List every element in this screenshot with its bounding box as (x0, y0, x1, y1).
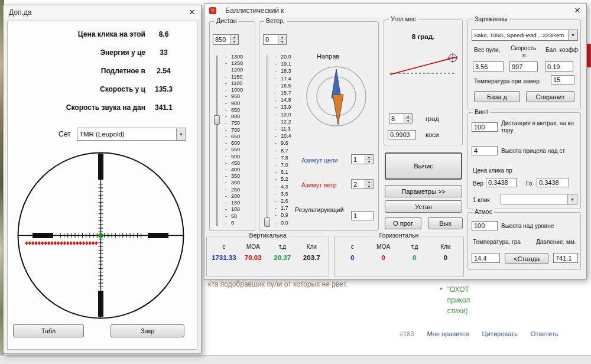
scale-tick-label: -350 (225, 174, 252, 179)
reticle-select[interactable]: TMR (Leupold) ▼ (77, 128, 186, 141)
save-button[interactable]: Сохранит (526, 91, 574, 102)
close-icon[interactable]: ✕ (183, 5, 201, 19)
direction-label: Направ (317, 53, 339, 60)
one-click-select[interactable]: ▼ (501, 194, 577, 204)
scale-tick-label: -1250 (225, 61, 252, 66)
base-button[interactable]: База д (474, 91, 520, 102)
reticle-select-value: TMR (Leupold) (77, 131, 176, 138)
cartridge-select[interactable]: Sako, 105G, SpeedHead , .223Rem ▼ (472, 30, 578, 41)
additional-data-titlebar[interactable]: Доп.да (4, 5, 201, 19)
measure-temp-input[interactable]: 15 (551, 75, 574, 84)
close-button[interactable]: Закр (111, 324, 184, 337)
additional-data-panel: Цена клика на этой8.6Энергия у це33Подле… (7, 21, 197, 350)
resulting-input[interactable]: 1 (351, 211, 374, 220)
pressure-input[interactable]: 741.1 (553, 253, 578, 263)
scale-tick-label: -800 (225, 114, 252, 119)
set-button[interactable]: Устан (385, 200, 462, 213)
scale-tick-label: -13.0 (275, 112, 301, 118)
distance-group-title: Дистан (215, 17, 239, 24)
bullet-icon: • (440, 284, 443, 316)
speed-input[interactable]: 997 (509, 61, 538, 72)
result-column: Кли0 (430, 243, 462, 261)
scale-tick-label: -1000 (225, 87, 252, 93)
atmosphere-group: Атмос 100 Высота над уровне Температура,… (467, 212, 581, 270)
quote-link[interactable]: Цитировать (482, 330, 518, 337)
angle-group: Угол мес 8 град. 8 ▲▼ град 0.9903 коси (384, 20, 463, 145)
sight-height-input[interactable]: 4 (472, 146, 498, 155)
table-button[interactable]: Табл (13, 324, 84, 337)
atmos-temp-input[interactable]: 14.4 (472, 253, 500, 263)
scale-tick-label: -700 (225, 128, 252, 133)
horizontal-results-title: Горизонтальн (378, 232, 421, 239)
wind-slider-handle[interactable] (264, 217, 270, 227)
forum-post-text: кта подобравших пули от которых не рвет. (208, 280, 348, 288)
spinner-buttons[interactable]: ▲▼ (365, 180, 373, 188)
altitude-input[interactable]: 100 (472, 221, 498, 230)
atmos-temp-label: Температура, гра (473, 239, 521, 245)
distance-slider-handle[interactable] (214, 115, 220, 125)
bullet-weight-label: Вес пули, (474, 47, 500, 53)
scale-tick-label: -200 (225, 194, 252, 199)
wind-scale: -20.0-19.1-18.3-17.4-16.5-15.7-14.8-13.9… (275, 54, 301, 226)
vertical-results-row: с1731.33MOA70.03т.д20.37Кли203.7 (209, 243, 326, 261)
wind-azimuth-input[interactable]: 2 ▲▼ (351, 179, 374, 189)
wind-input[interactable]: 0 ▲▼ (263, 34, 287, 45)
spinner-buttons[interactable]: ▲▼ (278, 35, 286, 44)
spinner-up-icon: ▲ (365, 180, 373, 184)
scale-tick-label: -8.7 (275, 148, 301, 154)
spinner-buttons[interactable]: ▲▼ (230, 35, 238, 44)
target-azimuth-input[interactable]: 1 ▲▼ (351, 154, 374, 164)
chevron-down-icon[interactable]: ▼ (567, 194, 577, 204)
scale-tick-label: -1200 (225, 67, 252, 73)
scale-tick-label: -650 (225, 134, 252, 139)
scale-tick-label: -18.3 (275, 69, 301, 74)
stat-row: Скорость звука на дан341.1 (12, 98, 190, 116)
horizontal-results-row: с0MOA0т.д0Кли0 (337, 243, 461, 261)
reply-link[interactable]: Ответить (531, 330, 558, 337)
scale-tick-label: -20.0 (275, 54, 301, 60)
distance-input[interactable]: 850 ▲▼ (213, 34, 239, 45)
parameters-button[interactable]: Параметры >> (385, 185, 462, 197)
angle-display: 8 град. (384, 33, 462, 40)
wind-azimuth-arrow-icon (333, 95, 343, 125)
spinner-buttons[interactable]: ▲▼ (365, 155, 373, 164)
sight-line (390, 57, 457, 74)
speed-label: Скорость (511, 45, 536, 51)
scale-tick-label: -950 (225, 94, 252, 99)
horizontal-click-input[interactable]: 0.3438 (537, 178, 569, 187)
distance-slider-track[interactable] (216, 56, 218, 226)
wind-slider-track[interactable] (267, 56, 268, 226)
scale-tick-label: -14.8 (275, 98, 301, 103)
scale-tick-label: -7.8 (275, 155, 301, 161)
wind-azimuth-label: Азимут ветр (301, 181, 337, 188)
scale-tick-label: -400 (225, 167, 252, 173)
scale-tick-label: -600 (225, 141, 252, 146)
bc-input[interactable]: 0.19 (545, 61, 573, 72)
scale-tick-label: -50 (225, 214, 252, 219)
close-icon[interactable]: ✕ (569, 4, 586, 17)
like-link[interactable]: Мне нравится (427, 330, 469, 337)
about-button[interactable]: О прог (385, 217, 421, 229)
atmosphere-group-title: Атмос (473, 208, 494, 215)
scale-tick-label: -150 (225, 200, 252, 206)
scale-tick-label: -4.3 (275, 184, 301, 190)
vertical-results-group: Вертикальна с1731.33MOA70.03т.д20.37Кли2… (206, 236, 329, 277)
target-azimuth-arrow-icon (332, 69, 341, 98)
bullet-weight-input[interactable]: 3.56 (473, 61, 504, 72)
standard-button[interactable]: <Станда (505, 253, 548, 264)
calculate-button[interactable]: Вычис (385, 152, 462, 180)
loaded-group: Заряженны Sako, 105G, SpeedHead , .223Re… (467, 20, 581, 109)
scale-tick-label: -7.0 (275, 162, 301, 168)
scale-tick-label: -0 (225, 220, 252, 226)
reticle-right-post (148, 233, 168, 238)
result-column: MOA70.03 (239, 243, 268, 261)
vertical-click-input[interactable]: 0.3438 (486, 178, 517, 187)
zero-distance-input[interactable]: 100 (472, 122, 498, 132)
scale-tick-label: -250 (225, 187, 252, 193)
chevron-down-icon[interactable]: ▼ (568, 30, 577, 40)
exit-button[interactable]: Вых (428, 217, 463, 229)
chevron-down-icon[interactable]: ▼ (176, 128, 186, 140)
spinner-buttons[interactable]: ▲▼ (404, 114, 412, 123)
angle-input[interactable]: 8 ▲▼ (389, 113, 413, 124)
bc-label: Бал. коэфф (545, 47, 578, 53)
